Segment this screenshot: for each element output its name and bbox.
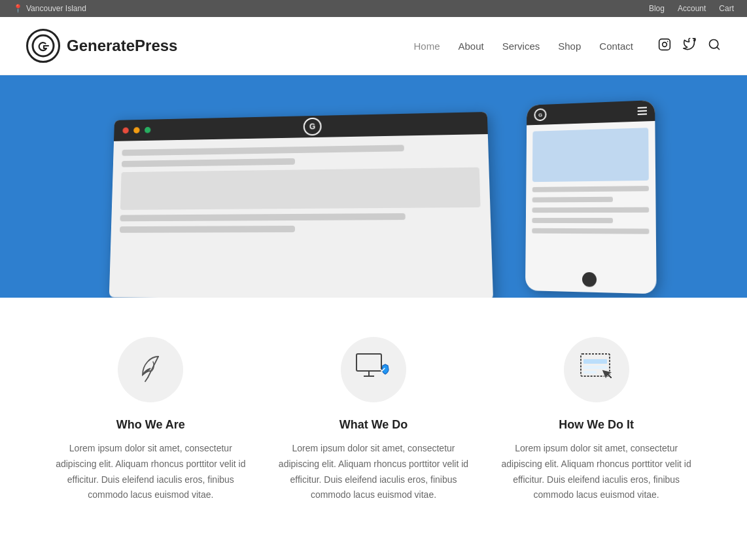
phone-mockup: G bbox=[525, 100, 657, 294]
svg-rect-12 bbox=[583, 371, 597, 374]
who-we-are-icon-wrap bbox=[118, 337, 183, 402]
account-link[interactable]: Account bbox=[678, 4, 706, 13]
what-we-do-text: Lorem ipsum dolor sit amet, consectetur … bbox=[275, 441, 472, 503]
svg-point-3 bbox=[667, 41, 669, 42]
browser-dot-red bbox=[122, 128, 129, 134]
browser-content bbox=[111, 134, 491, 242]
nav-home[interactable]: Home bbox=[414, 41, 440, 52]
svg-point-2 bbox=[663, 42, 667, 46]
how-we-do-it-text: Lorem ipsum dolor sit amet, consectetur … bbox=[498, 441, 695, 503]
who-we-are-title: Who We Are bbox=[116, 418, 185, 432]
svg-rect-1 bbox=[659, 39, 670, 50]
phone-menu-lines bbox=[638, 107, 647, 114]
main-nav: Home About Services Shop Contact bbox=[414, 38, 721, 54]
what-we-do-title: What We Do bbox=[339, 418, 408, 432]
feature-how-we-do-it: How We Do It Lorem ipsum dolor sit amet,… bbox=[498, 337, 695, 503]
instagram-icon[interactable] bbox=[658, 38, 671, 54]
nav-contact[interactable]: Contact bbox=[599, 41, 633, 52]
nav-services[interactable]: Services bbox=[502, 41, 540, 52]
nav-about[interactable]: About bbox=[459, 41, 484, 52]
svg-rect-6 bbox=[356, 354, 381, 371]
feature-what-we-do: What We Do Lorem ipsum dolor sit amet, c… bbox=[275, 337, 472, 503]
phone-home-button bbox=[582, 272, 597, 287]
hero-section: G G bbox=[0, 75, 747, 298]
features-section: Who We Are Lorem ipsum dolor sit amet, c… bbox=[0, 298, 747, 555]
top-bar-location: 📍 Vancouver Island bbox=[13, 4, 86, 13]
blog-link[interactable]: Blog bbox=[649, 4, 665, 13]
svg-line-5 bbox=[717, 46, 720, 49]
phone-gp-logo: G bbox=[534, 108, 546, 121]
nav-shop[interactable]: Shop bbox=[558, 41, 581, 52]
nav-social-icons bbox=[658, 38, 721, 54]
what-we-do-icon-wrap bbox=[341, 337, 406, 402]
who-we-are-text: Lorem ipsum dolor sit amet, consectetur … bbox=[52, 441, 249, 503]
svg-rect-11 bbox=[583, 366, 607, 369]
header: GeneratePress Home About Services Shop C… bbox=[0, 17, 747, 75]
browser-mockup: G bbox=[109, 112, 493, 298]
top-bar-links: Blog Account Cart bbox=[649, 4, 734, 13]
browser-dot-yellow bbox=[133, 127, 140, 133]
logo-icon bbox=[26, 29, 60, 63]
how-we-do-it-title: How We Do It bbox=[559, 418, 634, 432]
hero-illustration: G G bbox=[79, 82, 668, 291]
svg-rect-10 bbox=[583, 359, 607, 364]
top-bar: 📍 Vancouver Island Blog Account Cart bbox=[0, 0, 747, 17]
search-icon[interactable] bbox=[708, 38, 721, 54]
feather-icon bbox=[133, 351, 167, 388]
web-cursor-icon bbox=[577, 351, 616, 388]
how-we-do-it-icon-wrap bbox=[564, 337, 629, 402]
twitter-icon[interactable] bbox=[683, 38, 696, 54]
location-pin-icon: 📍 bbox=[13, 4, 23, 13]
logo[interactable]: GeneratePress bbox=[26, 29, 177, 63]
feature-who-we-are: Who We Are Lorem ipsum dolor sit amet, c… bbox=[52, 337, 249, 503]
phone-content bbox=[526, 121, 656, 241]
logo-text: GeneratePress bbox=[67, 37, 177, 55]
browser-dot-green bbox=[145, 127, 151, 133]
monitor-shield-icon bbox=[354, 351, 393, 388]
cart-link[interactable]: Cart bbox=[719, 4, 734, 13]
browser-gp-logo: G bbox=[304, 118, 322, 136]
